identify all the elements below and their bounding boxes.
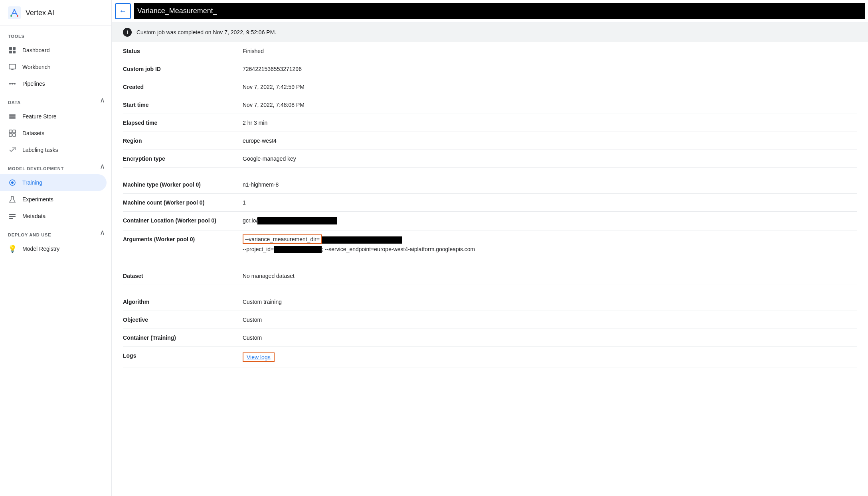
arguments-label: Arguments (Worker pool 0) — [123, 236, 243, 242]
section-divider-1 — [112, 168, 868, 176]
svg-rect-8 — [9, 64, 16, 69]
svg-rect-23 — [9, 218, 13, 219]
svg-rect-16 — [13, 130, 16, 133]
sidebar-item-dashboard[interactable]: Dashboard — [0, 42, 107, 59]
detail-row-container-training: Container (Training) Custom — [123, 329, 857, 347]
machine-type-value: n1-highmem-8 — [243, 181, 857, 188]
container-training-label: Container (Training) — [123, 335, 243, 341]
experiments-label: Experiments — [22, 196, 53, 203]
section-data-header: DATA ∧ — [0, 92, 111, 108]
created-value: Nov 7, 2022, 7:42:59 PM — [243, 84, 857, 90]
sidebar: Vertex AI TOOLS Dashboard Workbench Pipe… — [0, 0, 112, 496]
model-registry-icon: 💡 — [8, 244, 17, 253]
sidebar-item-labeling-tasks[interactable]: Labeling tasks — [0, 142, 107, 158]
topbar: ← — [112, 0, 868, 22]
info-icon: i — [123, 28, 132, 37]
region-value: europe-west4 — [243, 138, 857, 144]
feature-store-label: Feature Store — [22, 113, 57, 120]
status-label: Status — [123, 48, 243, 54]
svg-rect-12 — [9, 114, 16, 116]
sidebar-item-feature-store[interactable]: Feature Store — [0, 108, 107, 125]
svg-point-10 — [12, 83, 13, 85]
workbench-label: Workbench — [22, 64, 51, 70]
encryption-label: Encryption type — [123, 155, 243, 162]
page-title-input[interactable] — [134, 3, 865, 19]
metadata-label: Metadata — [22, 213, 45, 219]
sidebar-item-datasets[interactable]: Datasets — [0, 125, 107, 142]
svg-point-3 — [17, 15, 18, 17]
back-button[interactable]: ← — [115, 3, 131, 19]
svg-point-9 — [9, 83, 11, 85]
info-message: Custom job was completed on Nov 7, 2022,… — [136, 29, 276, 35]
created-label: Created — [123, 84, 243, 90]
machine-count-label: Machine count (Worker pool 0) — [123, 199, 243, 206]
metadata-icon — [8, 212, 17, 220]
section-deploy-label: DEPLOY AND USE — [0, 224, 59, 240]
model-dev-section-chevron[interactable]: ∧ — [100, 162, 105, 171]
sidebar-item-pipelines[interactable]: Pipelines — [0, 75, 107, 92]
objective-label: Objective — [123, 317, 243, 323]
workbench-icon — [8, 63, 17, 71]
svg-rect-17 — [9, 134, 12, 136]
dataset-value: No managed dataset — [243, 273, 857, 279]
back-arrow-icon: ← — [119, 6, 127, 16]
job-id-label: Custom job ID — [123, 66, 243, 72]
section-divider-2 — [112, 259, 868, 267]
sidebar-header: Vertex AI — [0, 0, 111, 26]
sidebar-item-experiments[interactable]: Experiments — [0, 191, 107, 208]
svg-rect-4 — [9, 47, 12, 50]
dashboard-icon — [8, 46, 17, 55]
argument-project-id: --project_id= — [243, 246, 274, 252]
section-model-dev-label: MODEL DEVELOPMENT — [0, 158, 72, 174]
data-section-chevron[interactable]: ∧ — [100, 96, 105, 104]
detail-row-arguments: Arguments (Worker pool 0) --variance_mea… — [123, 230, 857, 259]
container-location-redacted — [257, 217, 337, 224]
start-time-label: Start time — [123, 102, 243, 108]
detail-row-encryption: Encryption type Google-managed key — [123, 150, 857, 168]
job-id-value: 7264221536553271296 — [243, 66, 857, 72]
section-deploy-header: DEPLOY AND USE ∧ — [0, 224, 111, 240]
sidebar-item-metadata[interactable]: Metadata — [0, 208, 107, 224]
sidebar-item-training[interactable]: Training — [0, 174, 107, 191]
dataset-label: Dataset — [123, 273, 243, 279]
main-content: ← i Custom job was completed on Nov 7, 2… — [112, 0, 868, 496]
sidebar-item-workbench[interactable]: Workbench — [0, 59, 107, 75]
logs-label: Logs — [123, 352, 243, 359]
svg-rect-22 — [9, 216, 16, 217]
argument-variance-highlight: --variance_measurement_dir= — [243, 234, 322, 244]
pipelines-label: Pipelines — [22, 81, 45, 87]
dashboard-label: Dashboard — [22, 47, 50, 53]
content-area: i Custom job was completed on Nov 7, 202… — [112, 22, 868, 496]
section-data-label: DATA — [0, 92, 29, 108]
detail-row-objective: Objective Custom — [123, 311, 857, 329]
detail-row-dataset: Dataset No managed dataset — [123, 267, 857, 285]
deploy-section-chevron[interactable]: ∧ — [100, 228, 105, 237]
elapsed-time-value: 2 hr 3 min — [243, 120, 857, 126]
svg-rect-15 — [9, 130, 12, 133]
svg-rect-5 — [13, 47, 16, 50]
details-section-3: Dataset No managed dataset — [112, 267, 868, 285]
model-registry-label: Model Registry — [22, 246, 59, 252]
experiments-icon — [8, 195, 17, 204]
svg-rect-13 — [9, 116, 16, 118]
argument-redacted-1 — [322, 236, 402, 244]
view-logs-link[interactable]: View logs — [243, 352, 275, 362]
detail-row-machine-type: Machine type (Worker pool 0) n1-highmem-… — [123, 176, 857, 194]
detail-row-job-id: Custom job ID 7264221536553271296 — [123, 60, 857, 78]
svg-rect-18 — [13, 134, 16, 136]
detail-row-region: Region europe-west4 — [123, 132, 857, 150]
detail-row-container-location: Container Location (Worker pool 0) gcr.i… — [123, 212, 857, 230]
container-location-value: gcr.io/ — [243, 217, 857, 224]
detail-row-start-time: Start time Nov 7, 2022, 7:48:08 PM — [123, 96, 857, 114]
container-location-label: Container Location (Worker pool 0) — [123, 217, 243, 224]
machine-count-value: 1 — [243, 199, 857, 206]
objective-value: Custom — [243, 317, 857, 323]
labeling-tasks-icon — [8, 146, 17, 154]
svg-rect-7 — [13, 51, 16, 53]
sidebar-item-model-registry[interactable]: 💡 Model Registry — [0, 240, 107, 257]
info-banner: i Custom job was completed on Nov 7, 202… — [112, 22, 868, 42]
arguments-value: --variance_measurement_dir= --project_id… — [243, 236, 857, 253]
detail-row-status: Status Finished — [123, 42, 857, 60]
logs-value: View logs — [243, 352, 857, 362]
feature-store-icon — [8, 112, 17, 121]
